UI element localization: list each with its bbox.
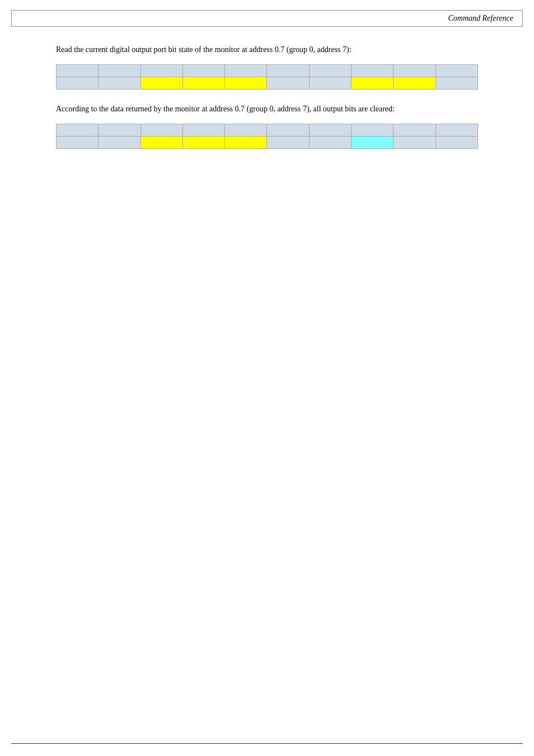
table-cell [267, 65, 309, 77]
table-cell [99, 124, 140, 137]
footer-line [11, 743, 523, 744]
table-cell [140, 77, 182, 90]
data-table-2 [56, 124, 478, 149]
table-cell [57, 137, 99, 149]
table-cell [352, 137, 394, 149]
table-cell [309, 124, 351, 137]
table-cell [225, 77, 267, 90]
table-cell [394, 124, 435, 137]
table-cell [225, 124, 267, 137]
header-title: Command Reference [448, 14, 514, 23]
table-cell [435, 65, 477, 77]
table-cell [309, 65, 351, 77]
table-cell [140, 65, 182, 77]
table-cell [99, 65, 140, 77]
table-cell [57, 77, 99, 90]
table-cell [352, 77, 394, 90]
table-cell [225, 65, 267, 77]
table-cell [140, 137, 182, 149]
data-table-1 [56, 64, 478, 90]
table-cell [352, 65, 394, 77]
table-cell [140, 124, 182, 137]
table-cell [352, 124, 394, 137]
table-row [57, 65, 478, 77]
table-cell [182, 65, 224, 77]
table-cell [267, 124, 309, 137]
table-cell [182, 137, 224, 149]
table-cell [394, 65, 435, 77]
page-container: Command Reference Read the current digit… [0, 10, 534, 756]
table-cell [394, 77, 435, 90]
table-cell [57, 124, 99, 137]
table-cell [225, 137, 267, 149]
paragraph-2: According to the data returned by the mo… [56, 103, 478, 115]
table-cell [99, 77, 140, 90]
table-cell [309, 137, 351, 149]
table-cell [435, 137, 477, 149]
table-cell [435, 124, 477, 137]
table-cell [57, 65, 99, 77]
table-row [57, 77, 478, 90]
paragraph-1: Read the current digital output port bit… [56, 44, 478, 55]
table-cell [182, 124, 224, 137]
table-cell [182, 77, 224, 90]
content-area: Read the current digital output port bit… [56, 44, 478, 149]
table-cell [394, 137, 435, 149]
table-cell [309, 77, 351, 90]
table-cell [267, 77, 309, 90]
table-cell [267, 137, 309, 149]
table-cell [99, 137, 140, 149]
table-cell [435, 77, 477, 90]
table-row [57, 124, 478, 137]
header-bar: Command Reference [11, 10, 523, 27]
table-row [57, 137, 478, 149]
